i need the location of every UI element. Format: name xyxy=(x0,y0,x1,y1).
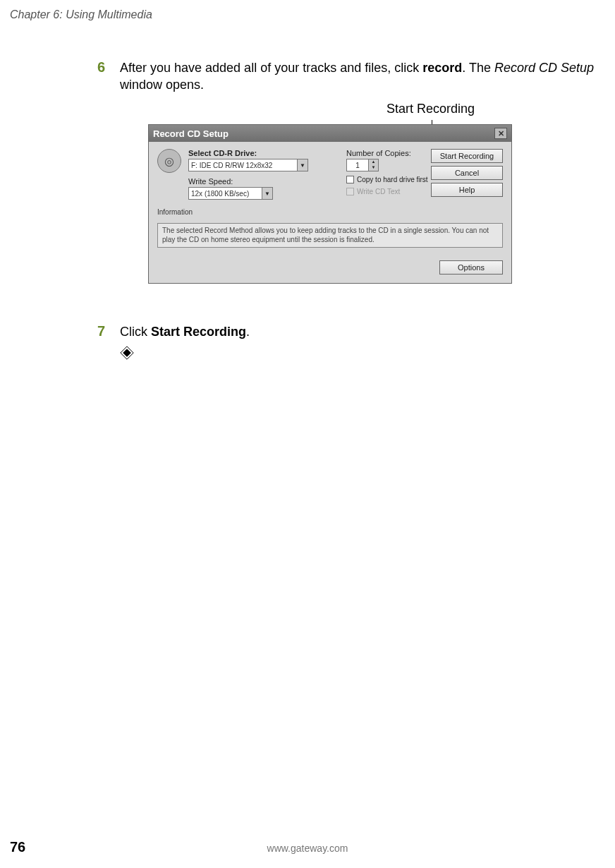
copy-first-label: Copy to hard drive first xyxy=(357,176,428,183)
step-number: 7 xyxy=(97,323,105,339)
info-heading: Information xyxy=(157,208,503,216)
options-button[interactable]: Options xyxy=(439,260,503,275)
drive-value: F: IDE CD R/RW 12x8x32 xyxy=(189,162,297,169)
step-6-text: After you have added all of your tracks … xyxy=(120,59,601,94)
drive-label: Select CD-R Drive: xyxy=(188,149,346,157)
checkbox-icon[interactable] xyxy=(346,176,354,183)
close-icon: ✕ xyxy=(498,129,504,138)
speed-value: 12x (1800 KB/sec) xyxy=(189,190,262,198)
dialog-screenshot: Record CD Setup ✕ ◎ Select CD-R Drive: F… xyxy=(148,124,512,284)
speed-label: Write Speed: xyxy=(188,177,346,186)
copies-label: Number of Copies: xyxy=(346,149,431,157)
callout-label: Start Recording xyxy=(386,102,475,116)
cancel-button[interactable]: Cancel xyxy=(431,166,503,180)
speed-combobox[interactable]: 12x (1800 KB/sec) ▼ xyxy=(188,187,273,200)
copy-first-row[interactable]: Copy to hard drive first xyxy=(346,176,431,183)
info-text: The selected Record Method allows you to… xyxy=(157,223,503,248)
footer-url: www.gateway.com xyxy=(0,843,615,854)
drive-combobox[interactable]: F: IDE CD R/RW 12x8x32 ▼ xyxy=(188,159,308,171)
copies-value: 1 xyxy=(347,162,368,169)
step-7-text: Click Start Recording. xyxy=(120,323,601,340)
text: window opens. xyxy=(120,78,204,92)
spinner-buttons[interactable]: ▲▼ xyxy=(368,159,378,171)
step-7: 7 Click Start Recording. xyxy=(97,323,601,340)
checkbox-icon xyxy=(346,188,354,195)
dialog-title: Record CD Setup xyxy=(153,128,229,139)
text-bold: record xyxy=(422,61,462,75)
record-cd-setup-dialog: Record CD Setup ✕ ◎ Select CD-R Drive: F… xyxy=(148,124,512,284)
chevron-down-icon: ▼ xyxy=(297,159,308,171)
svg-marker-1 xyxy=(123,349,131,357)
help-button[interactable]: Help xyxy=(431,183,503,197)
cd-text-row: Write CD Text xyxy=(346,188,431,195)
close-button[interactable]: ✕ xyxy=(494,128,507,139)
text: After you have added all of your tracks … xyxy=(120,61,422,75)
text-bold: Start Recording xyxy=(151,325,246,339)
end-of-section-icon xyxy=(120,346,134,360)
cd-text-label: Write CD Text xyxy=(357,188,400,195)
chapter-header: Chapter 6: Using Multimedia xyxy=(10,8,152,21)
dialog-titlebar: Record CD Setup ✕ xyxy=(149,125,511,142)
text-italic: Record CD Setup xyxy=(494,61,594,75)
cd-icon: ◎ xyxy=(157,149,181,173)
start-recording-button[interactable]: Start Recording xyxy=(431,149,503,163)
text: . The xyxy=(462,61,494,75)
text: Click xyxy=(120,325,151,339)
copies-spinner[interactable]: 1 ▲▼ xyxy=(346,159,379,171)
step-6: 6 After you have added all of your track… xyxy=(97,59,601,94)
step-number: 6 xyxy=(97,59,105,76)
text: . xyxy=(246,325,250,339)
chevron-down-icon: ▼ xyxy=(262,188,272,199)
